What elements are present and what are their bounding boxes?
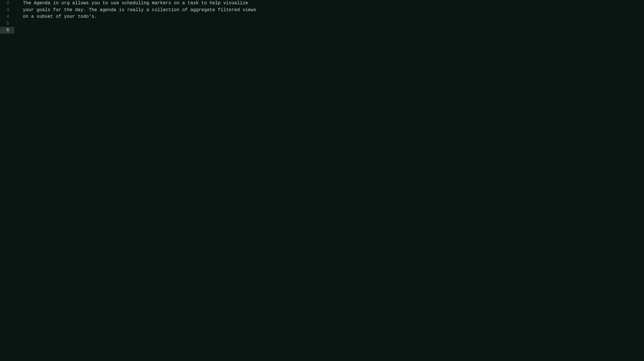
line-number-current[interactable]: 6 xyxy=(0,27,14,34)
code-line-current[interactable] xyxy=(23,27,644,34)
indent-guide xyxy=(17,0,17,27)
code-line[interactable]: your goals for the day. The agenda is re… xyxy=(23,7,644,14)
editor-content[interactable]: The Agenda in org allows you to use sche… xyxy=(23,0,644,361)
code-line[interactable] xyxy=(23,20,644,27)
editor-container: 2 3 4 5 6 The Agenda in org allows you t… xyxy=(0,0,644,361)
line-number[interactable]: 4 xyxy=(0,13,14,20)
line-number[interactable]: 3 xyxy=(0,7,14,14)
indent-guide-container xyxy=(14,0,23,361)
line-number[interactable]: 2 xyxy=(0,0,14,7)
code-line[interactable]: The Agenda in org allows you to use sche… xyxy=(23,0,644,7)
line-number[interactable]: 5 xyxy=(0,20,14,27)
line-number-gutter: 2 3 4 5 6 xyxy=(0,0,14,361)
code-line[interactable]: on a subset of your todo's. xyxy=(23,13,644,20)
